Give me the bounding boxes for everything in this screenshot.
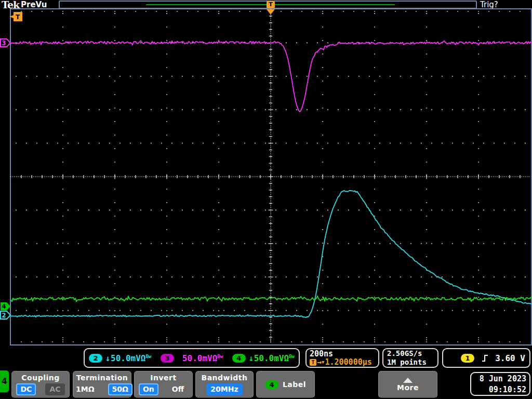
- ch4-ground-marker[interactable]: 4: [0, 302, 11, 311]
- oscilloscope-screen: Tek PreVu T Trig? T 3 4 2 2 ↓50.0mVΩBw 3…: [0, 0, 532, 399]
- ch4-scale: ↓50.0mVΩBw: [248, 353, 295, 363]
- invert-off-option[interactable]: Off: [168, 383, 188, 395]
- svg-text:2: 2: [2, 312, 6, 319]
- rising-edge-icon: [482, 354, 489, 363]
- label-button[interactable]: 4 Label: [256, 371, 315, 398]
- timebase-scale: 200ns: [310, 350, 333, 358]
- datetime-box: 8 Jun 2023 09:10:52: [470, 372, 530, 396]
- label-channel-badge: 4: [265, 380, 278, 389]
- acquisition-box[interactable]: 2.50GS/s 1M points: [382, 348, 438, 368]
- coupling-button[interactable]: Coupling DC AC: [11, 371, 70, 398]
- date-value: 8 Jun 2023: [471, 374, 526, 384]
- more-up-arrow-icon: [403, 378, 413, 383]
- record-view-bar[interactable]: T: [59, 1, 477, 9]
- more-button[interactable]: More: [378, 371, 437, 398]
- sample-rate: 2.50GS/s: [387, 349, 422, 358]
- termination-button[interactable]: Termination 1MΩ 50Ω: [73, 371, 131, 398]
- bandwidth-value[interactable]: 20MHz: [206, 383, 242, 395]
- record-length: 1M points: [387, 358, 427, 367]
- ch4-readout[interactable]: 4 ↓50.0mVΩBw: [232, 353, 295, 363]
- label-title: Label: [283, 380, 306, 389]
- invert-on-option[interactable]: On: [139, 383, 158, 395]
- trigger-position-flag-icon[interactable]: T: [267, 1, 275, 8]
- termination-50-option[interactable]: 50Ω: [108, 383, 132, 395]
- trigger-level-offscale-icon[interactable]: T: [8, 11, 23, 22]
- trigger-level-value: 3.60 V: [495, 353, 525, 363]
- trigger-readout-box[interactable]: 1 3.60 V: [442, 348, 530, 368]
- svg-text:3: 3: [2, 39, 6, 47]
- svg-text:4: 4: [2, 303, 6, 310]
- trigger-t-icon: T: [310, 359, 316, 366]
- coupling-dc-option[interactable]: DC: [16, 383, 36, 395]
- ch3-badge: 3: [161, 354, 174, 363]
- ch2-badge: 2: [89, 354, 102, 363]
- menu-channel-tab: 4: [0, 370, 9, 392]
- ch3-scale: 50.0mVΩBw: [177, 353, 223, 363]
- svg-text:T: T: [16, 14, 20, 21]
- ch2-ground-marker[interactable]: 2: [0, 311, 11, 320]
- bandwidth-title: Bandwidth: [201, 374, 247, 382]
- ch2-readout[interactable]: 2 ↓50.0mVΩBw: [89, 353, 151, 363]
- timebase-box[interactable]: 200ns T→▼1.200000µs: [305, 348, 379, 368]
- bandwidth-button[interactable]: Bandwidth 20MHz: [195, 371, 254, 398]
- trigger-position-marker-icon[interactable]: [267, 9, 275, 15]
- graticule-display: [10, 8, 532, 345]
- trigger-position-readout: T→▼1.200000µs: [310, 358, 372, 367]
- termination-title: Termination: [76, 374, 128, 382]
- coupling-ac-option[interactable]: AC: [45, 383, 64, 395]
- ch3-readout[interactable]: 3 50.0mVΩBw: [161, 353, 223, 363]
- invert-button[interactable]: Invert On Off: [134, 371, 193, 398]
- channel-readouts-box[interactable]: 2 ↓50.0mVΩBw 3 50.0mVΩBw 4 ↓50.0mVΩBw: [84, 348, 300, 368]
- more-title: More: [397, 383, 419, 392]
- ch2-scale: ↓50.0mVΩBw: [105, 353, 151, 363]
- invert-title: Invert: [150, 374, 176, 382]
- time-value: 09:10:52: [471, 384, 526, 395]
- ch4-badge: 4: [232, 354, 246, 363]
- trigger-source-badge: 1: [461, 354, 474, 363]
- ch3-ground-marker[interactable]: 3: [0, 38, 11, 47]
- coupling-title: Coupling: [21, 374, 59, 382]
- termination-1m-option[interactable]: 1MΩ: [72, 383, 99, 395]
- soft-menu-bar: 4 Coupling DC AC Termination 1MΩ 50Ω Inv…: [0, 369, 532, 399]
